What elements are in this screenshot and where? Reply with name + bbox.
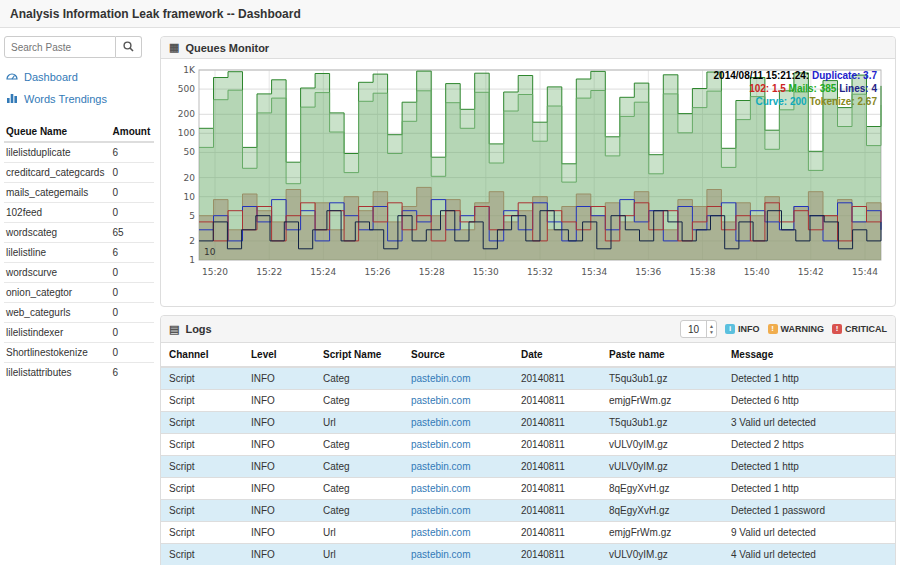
svg-text:100: 100 (178, 128, 195, 138)
search-input[interactable] (4, 36, 116, 58)
svg-text:15:20: 15:20 (202, 267, 228, 277)
log-cell: vULV0yIM.gz (601, 456, 723, 478)
log-cell: INFO (243, 544, 315, 565)
queues-monitor-title: Queues Monitor (185, 42, 269, 54)
svg-text:15:38: 15:38 (690, 267, 716, 277)
source-link[interactable]: pastebin.com (403, 456, 513, 478)
spinner-arrows-icon[interactable]: ▲▼ (706, 321, 716, 337)
source-link[interactable]: pastebin.com (403, 390, 513, 412)
logs-panel: ▤ Logs 10 ▲▼ iINFO!WARNING!CRITICAL Chan… (160, 315, 896, 565)
sidebar-item-label: Words Trendings (24, 93, 107, 105)
queue-name: 102feed (4, 203, 111, 223)
svg-text:15:36: 15:36 (635, 267, 661, 277)
filter-warning[interactable]: !WARNING (768, 324, 825, 334)
log-row: ScriptINFOCategpastebin.com20140811emjgF… (161, 390, 895, 412)
svg-text:1K: 1K (183, 65, 196, 75)
log-cell: 3 Valid url detected (723, 412, 895, 434)
queues-chart: 15:2015:2215:2415:2615:2815:3015:3215:34… (165, 62, 891, 300)
search-button[interactable] (116, 36, 142, 58)
log-cell: Categ (315, 367, 403, 390)
log-cell: Script (161, 456, 243, 478)
logs-controls: 10 ▲▼ iINFO!WARNING!CRITICAL (680, 320, 887, 338)
logs-header: ▤ Logs 10 ▲▼ iINFO!WARNING!CRITICAL (161, 316, 895, 343)
svg-text:15:44: 15:44 (852, 267, 878, 277)
queue-name: Shortlinestokenize (4, 343, 111, 363)
log-cell: 9 Valid url detected (723, 522, 895, 544)
queue-row: web_categurls0 (4, 303, 154, 323)
log-cell: 8qEgyXvH.gz (601, 478, 723, 500)
queue-amount: 0 (111, 263, 154, 283)
queue-name: wordscurve (4, 263, 111, 283)
filter-label: WARNING (781, 324, 825, 334)
source-link[interactable]: pastebin.com (403, 544, 513, 565)
log-row: ScriptINFOCategpastebin.com20140811vULV0… (161, 456, 895, 478)
main-content: ▦ Queues Monitor 15:2015:2215:2415:2615:… (160, 36, 896, 565)
log-cell: 20140811 (513, 434, 601, 456)
log-cell: Categ (315, 456, 403, 478)
log-cell: vULV0yIM.gz (601, 544, 723, 565)
filter-info[interactable]: iINFO (725, 324, 760, 334)
queue-row: lilelistduplicate6 (4, 142, 154, 163)
queue-name: lilelistindexer (4, 323, 111, 343)
logs-column-header: Message (723, 343, 895, 367)
svg-text:15:34: 15:34 (581, 267, 607, 277)
source-link[interactable]: pastebin.com (403, 434, 513, 456)
queue-amount: 0 (111, 343, 154, 363)
log-cell: T5qu3ub1.gz (601, 412, 723, 434)
critical-filter-icon: ! (832, 324, 842, 334)
log-cell: Script (161, 367, 243, 390)
queue-amount: 0 (111, 323, 154, 343)
log-cell: Script (161, 412, 243, 434)
queue-amount: 6 (111, 142, 154, 163)
page-size-select[interactable]: 10 ▲▼ (680, 320, 717, 338)
search-icon (123, 40, 134, 55)
queues-monitor-header: ▦ Queues Monitor (161, 37, 895, 59)
queue-row: mails_categemails0 (4, 183, 154, 203)
source-link[interactable]: pastebin.com (403, 478, 513, 500)
logs-column-header: Channel (161, 343, 243, 367)
log-cell: Detected 1 http (723, 367, 895, 390)
log-cell: Url (315, 544, 403, 565)
logs-column-header: Level (243, 343, 315, 367)
log-cell: Script (161, 434, 243, 456)
queue-row: lilelistline6 (4, 243, 154, 263)
log-cell: Url (315, 412, 403, 434)
log-cell: INFO (243, 390, 315, 412)
svg-text:20: 20 (184, 173, 196, 183)
queue-amount: 0 (111, 183, 154, 203)
app-title: Analysis Information Leak framework -- D… (10, 7, 301, 21)
logs-column-header: Source (403, 343, 513, 367)
log-cell: INFO (243, 522, 315, 544)
log-cell: 20140811 (513, 367, 601, 390)
source-link[interactable]: pastebin.com (403, 367, 513, 390)
source-link[interactable]: pastebin.com (403, 412, 513, 434)
svg-text:15:30: 15:30 (473, 267, 499, 277)
svg-text:15:32: 15:32 (527, 267, 553, 277)
log-cell: Detected 2 https (723, 434, 895, 456)
search-group (4, 36, 154, 58)
log-cell: 20140811 (513, 522, 601, 544)
sidebar-item-dashboard[interactable]: Dashboard (6, 70, 152, 84)
queue-amount: 65 (111, 223, 154, 243)
log-row: ScriptINFOUrlpastebin.com20140811vULV0yI… (161, 544, 895, 565)
queue-name: lilelistline (4, 243, 111, 263)
navbar: Analysis Information Leak framework -- D… (0, 0, 900, 28)
log-row: ScriptINFOCategpastebin.com20140811T5qu3… (161, 367, 895, 390)
filter-critical[interactable]: !CRITICAL (832, 324, 887, 334)
log-row: ScriptINFOCategpastebin.com201408118qEgy… (161, 478, 895, 500)
queue-name: lilelistduplicate (4, 142, 111, 163)
log-level-filters: iINFO!WARNING!CRITICAL (725, 324, 887, 334)
log-cell: Categ (315, 434, 403, 456)
queue-row: Shortlinestokenize0 (4, 343, 154, 363)
sidebar-item-words-trendings[interactable]: Words Trendings (6, 92, 152, 106)
logs-icon: ▤ (169, 323, 179, 336)
log-row: ScriptINFOUrlpastebin.com20140811emjgFrW… (161, 522, 895, 544)
queue-table-header-name: Queue Name (4, 122, 111, 142)
source-link[interactable]: pastebin.com (403, 500, 513, 522)
queue-row: onion_categtor0 (4, 283, 154, 303)
log-cell: 20140811 (513, 412, 601, 434)
sidebar: Dashboard Words Trendings Queue Name Amo… (4, 36, 154, 565)
log-cell: INFO (243, 367, 315, 390)
queue-row: creditcard_categcards0 (4, 163, 154, 183)
source-link[interactable]: pastebin.com (403, 522, 513, 544)
